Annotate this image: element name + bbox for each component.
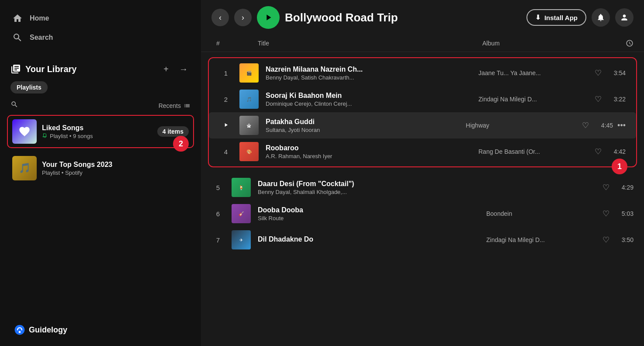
- library-section: Your Library + → Playlists Recents: [3, 55, 197, 343]
- table-row[interactable]: 5 🍹 Daaru Desi (From "Cocktail") Benny D…: [201, 174, 644, 201]
- track-name: Dil Dhadakne Do: [258, 235, 479, 243]
- track-thumbnail: 🎵: [239, 90, 259, 109]
- track-actions: ♡ 4:45 •••: [582, 121, 626, 130]
- highlighted-tracks-group: 1 🎬 Nazrein Milaana Nazrein Ch... Benny …: [208, 57, 637, 167]
- track-info: Dil Dhadakne Do: [258, 235, 479, 244]
- sidebar-item-search[interactable]: Search: [7, 28, 194, 47]
- liked-songs-thumbnail: [12, 119, 37, 144]
- track-duration: 3:50: [614, 236, 634, 243]
- play-icon-small: [223, 122, 229, 128]
- liked-songs-name: Liked Songs: [42, 124, 152, 132]
- play-button[interactable]: [257, 6, 280, 29]
- search-label: Search: [30, 34, 53, 42]
- main-content: ‹ › Bollywood Road Trip ⬇ Install App: [201, 0, 644, 346]
- track-list: 1 🎬 Nazrein Milaana Nazrein Ch... Benny …: [201, 52, 644, 346]
- like-button[interactable]: ♡: [595, 94, 602, 104]
- track-duration: 5:03: [614, 210, 634, 217]
- table-row[interactable]: 2 🎵 Sooraj Ki Baahon Mein Dominique Cere…: [209, 86, 636, 112]
- items-badge: 4 items: [157, 126, 189, 137]
- track-duration: 3:54: [606, 69, 626, 76]
- table-row[interactable]: 7 ✈ Dil Dhadakne Do Zindagi Na Milegi D.…: [201, 227, 644, 253]
- playlist-list: Liked Songs Playlist • 9 songs 4 items 2…: [3, 115, 197, 317]
- track-duration: 4:45: [593, 122, 613, 129]
- like-button[interactable]: ♡: [595, 68, 602, 78]
- track-actions: ♡ 4:29: [602, 183, 634, 192]
- track-number: 4: [219, 148, 232, 156]
- like-button[interactable]: ♡: [582, 121, 589, 130]
- forward-button[interactable]: ›: [234, 9, 252, 26]
- playlists-filter-button[interactable]: Playlists: [10, 81, 48, 93]
- library-icon: [10, 64, 21, 74]
- table-row[interactable]: 🛣 Patakha Guddi Sultana, Jyoti Nooran Hi…: [209, 112, 636, 138]
- notifications-button[interactable]: [592, 8, 610, 27]
- track-album: Rang De Basanti (Or...: [478, 148, 588, 155]
- user-icon: [620, 13, 629, 22]
- track-name: Roobaroo: [266, 144, 471, 152]
- library-header: Your Library + →: [3, 55, 197, 81]
- playlist-title: Bollywood Road Trip: [285, 11, 521, 24]
- track-number: 7: [211, 236, 225, 244]
- like-button[interactable]: ♡: [602, 209, 609, 218]
- heart-icon: [18, 125, 31, 138]
- play-icon: [263, 13, 273, 22]
- recents-label[interactable]: Recents: [159, 102, 190, 109]
- table-row[interactable]: 4 🎨 Roobaroo A.R. Rahman, Naresh Iyer Ra…: [209, 138, 636, 165]
- topbar: ‹ › Bollywood Road Trip ⬇ Install App: [201, 0, 644, 35]
- list-icon: [184, 102, 190, 109]
- like-button[interactable]: ♡: [602, 235, 609, 245]
- track-thumbnail: 🎬: [239, 63, 259, 83]
- track-number: 2: [219, 96, 232, 103]
- like-button[interactable]: ♡: [595, 147, 602, 156]
- col-header-title: Title: [258, 40, 475, 47]
- track-name: Daaru Desi (From "Cocktail"): [258, 180, 479, 188]
- track-actions: ♡ 3:22: [595, 94, 626, 104]
- like-button[interactable]: ♡: [602, 183, 609, 192]
- guidelogy-footer: Guidelogy: [3, 317, 197, 343]
- track-name: Patakha Guddi: [266, 118, 459, 126]
- track-album: Jaane Tu... Ya Jaane...: [478, 69, 588, 76]
- track-info: Dooba Dooba Silk Route: [258, 206, 479, 221]
- track-number: 5: [211, 184, 225, 191]
- track-duration: 3:22: [606, 96, 626, 103]
- topbar-right: ⬇ Install App: [526, 8, 634, 27]
- track-info: Nazrein Milaana Nazrein Ch... Benny Daya…: [266, 66, 471, 81]
- col-header-album: Album: [482, 40, 592, 47]
- track-album: Zindagi Na Milegi D...: [486, 236, 596, 243]
- track-album: Highway: [466, 122, 575, 129]
- sidebar: Home Search Your Library + →: [0, 0, 201, 346]
- track-artist: Silk Route: [258, 215, 479, 221]
- install-app-button[interactable]: ⬇ Install App: [526, 9, 586, 26]
- playlist-item-liked-songs[interactable]: Liked Songs Playlist • 9 songs 4 items 2: [7, 115, 194, 148]
- expand-library-button[interactable]: →: [177, 62, 190, 76]
- library-title: Your Library: [10, 64, 156, 74]
- back-button[interactable]: ‹: [211, 9, 229, 26]
- playlists-filter: Playlists: [3, 81, 197, 99]
- playlist-item-top-songs[interactable]: 🎵 Your Top Songs 2023 Playlist • Spotify: [7, 152, 194, 185]
- track-thumbnail: 🎨: [239, 142, 259, 161]
- track-list-header: # Title Album: [201, 35, 644, 52]
- col-header-num: #: [211, 40, 225, 47]
- sidebar-navigation: Home Search: [0, 0, 201, 52]
- user-button[interactable]: [615, 8, 634, 27]
- track-artist: A.R. Rahman, Naresh Iyer: [266, 153, 471, 159]
- top-songs-name: Your Top Songs 2023: [42, 161, 189, 169]
- table-row[interactable]: 1 🎬 Nazrein Milaana Nazrein Ch... Benny …: [209, 60, 636, 86]
- more-options-button[interactable]: •••: [617, 121, 626, 130]
- liked-songs-meta: Playlist • 9 songs: [42, 133, 152, 139]
- add-library-button[interactable]: +: [159, 62, 173, 76]
- track-info: Daaru Desi (From "Cocktail") Benny Dayal…: [258, 180, 479, 195]
- track-thumbnail: ✈: [232, 230, 251, 249]
- svg-point-0: [15, 325, 25, 335]
- track-artist: Dominique Cerejo, Clinton Cerej...: [266, 100, 471, 107]
- library-search-row: Recents: [3, 99, 197, 115]
- library-search-icon[interactable]: [10, 100, 18, 111]
- install-icon: ⬇: [535, 14, 541, 21]
- top-songs-info: Your Top Songs 2023 Playlist • Spotify: [42, 161, 189, 176]
- top-songs-meta: Playlist • Spotify: [42, 170, 189, 176]
- track-album: Boondein: [486, 210, 596, 217]
- pinned-icon: [42, 133, 48, 139]
- clock-icon: [626, 39, 634, 47]
- sidebar-item-home[interactable]: Home: [7, 9, 194, 28]
- table-row[interactable]: 6 🎸 Dooba Dooba Silk Route Boondein ♡ 5:…: [201, 201, 644, 227]
- track-number: 1: [219, 69, 232, 77]
